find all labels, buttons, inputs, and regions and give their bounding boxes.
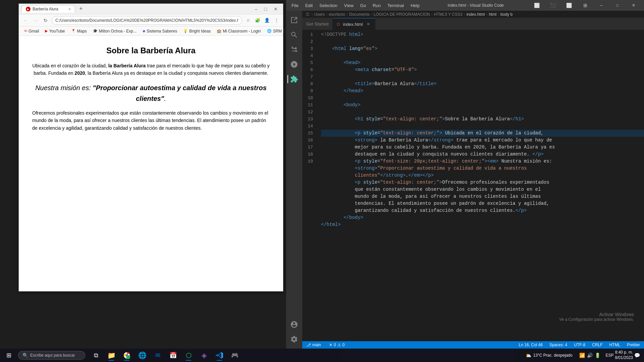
reload-button[interactable]: ↻ <box>42 16 50 24</box>
code-content[interactable]: <!DOCTYPE html> <html lang="es"> <head> … <box>316 30 644 341</box>
purple-app-button[interactable]: ◈ <box>197 349 211 361</box>
activity-git[interactable] <box>287 43 301 56</box>
breadcrumb-body[interactable]: body b <box>500 12 513 17</box>
address-bar[interactable] <box>52 16 242 25</box>
discord-button[interactable]: 🎮 <box>227 349 242 361</box>
vscode-maximize[interactable]: □ <box>610 0 625 11</box>
breadcrumb-c[interactable]: C: <box>306 12 310 17</box>
file-explorer-button[interactable]: 📁 <box>104 349 119 361</box>
bookmark-maps[interactable]: 📍 Maps <box>68 28 90 34</box>
vscode-window-controls: ⬜ ⬛ ⬜ ⊞ ‒ □ ✕ <box>529 0 641 11</box>
taskbar: ⊞ 🔍 ⧉ 📁 🌐 ✉ <box>0 349 644 362</box>
menu-help[interactable]: Help <box>408 2 422 9</box>
menu-button[interactable]: ⋮ <box>272 16 280 24</box>
breadcrumb-index[interactable]: index.html <box>467 12 485 17</box>
activity-debug[interactable] <box>287 58 301 71</box>
tab-index-html[interactable]: ⬡ index.html ✕ <box>333 18 375 30</box>
menu-terminal[interactable]: Terminal <box>385 2 407 9</box>
bookmark-button[interactable]: ☆ <box>244 16 252 24</box>
volume-icon[interactable]: 🔊 <box>587 353 593 358</box>
activity-explorer[interactable] <box>287 13 301 27</box>
vscode-layout-3[interactable]: ⬜ <box>561 0 577 11</box>
vscode-layout-4[interactable]: ⊞ <box>578 0 593 11</box>
code-line-8: <title>Barbería Alura</title> <box>321 80 644 87</box>
chrome-button[interactable] <box>119 349 134 361</box>
extensions-button[interactable]: 🧩 <box>254 16 262 24</box>
bookmark-gmail[interactable]: ✉ Gmail <box>21 28 42 34</box>
error-icon: ✕ <box>329 343 332 347</box>
activity-search[interactable] <box>287 28 301 42</box>
taskview-button[interactable]: ⧉ <box>89 349 103 361</box>
vscode-layout-1[interactable]: ⬜ <box>529 0 545 11</box>
menu-file[interactable]: File <box>289 2 301 9</box>
file-explorer-icon: 📁 <box>107 351 116 359</box>
edge-button[interactable]: 🌐 <box>135 349 150 361</box>
notification-icon[interactable]: 💬 <box>634 353 640 358</box>
activity-settings[interactable] <box>287 333 301 346</box>
start-button[interactable]: ⊞ <box>1 349 16 361</box>
breadcrumb-html[interactable]: html <box>489 12 496 17</box>
mail-button[interactable]: ✉ <box>150 349 165 361</box>
menu-edit[interactable]: Edit <box>303 2 315 9</box>
browser-tab-active[interactable]: ▶ Barbería Alura × <box>21 5 75 13</box>
status-git[interactable]: ⎇ main <box>305 343 322 347</box>
breadcrumb-users[interactable]: Users <box>314 12 325 17</box>
system-clock[interactable]: 8:40 p. m. 8/01/2023 <box>615 350 633 360</box>
menu-view[interactable]: View <box>341 2 356 9</box>
lang-indicator[interactable]: ESP <box>606 353 614 358</box>
breadcrumb-logica[interactable]: LOGICA DE PROGRAMACION <box>374 12 430 17</box>
vscode-minimize[interactable]: ‒ <box>594 0 609 11</box>
back-button[interactable]: ← <box>21 16 30 24</box>
code-line-15c: mejor para su cabello y barba. Fundada e… <box>321 144 644 151</box>
status-errors[interactable]: ✕ 0 ⚠ 0 <box>328 343 346 347</box>
vscode-button[interactable] <box>212 349 227 361</box>
green-app-button[interactable]: ⬡ <box>181 349 196 361</box>
browser-content: Sobre la Barbería Alura Ubicada en el co… <box>19 36 283 291</box>
bookmark-maps-label: Maps <box>77 29 87 34</box>
bookmark-miclassroom[interactable]: 🏫 Mi Classroom - Login <box>214 28 263 34</box>
close-button[interactable]: ✕ <box>271 6 280 12</box>
code-line-18: </body> <box>321 214 644 221</box>
minimize-button[interactable]: ‒ <box>252 6 260 12</box>
battery-icon: 🔋 <box>595 353 600 358</box>
tab-get-started[interactable]: Get Started <box>302 18 333 30</box>
tab-close-index[interactable]: ✕ <box>366 21 371 27</box>
bookmark-youtube[interactable]: ▶ YouTube <box>42 28 67 34</box>
breadcrumb-documents[interactable]: Documents <box>349 12 370 17</box>
vscode-close[interactable]: ✕ <box>626 0 641 11</box>
new-tab-button[interactable]: + <box>79 5 83 12</box>
menu-go[interactable]: Go <box>358 2 369 9</box>
chrome-icon <box>123 352 130 359</box>
weather-icon: ⛅ <box>526 353 531 358</box>
code-line-16c: clientes"</strong>.</em></p> <box>321 172 644 179</box>
breadcrumb-bar: C: › Users › escritorio › Documents › LO… <box>302 11 644 18</box>
menu-run[interactable]: Run <box>370 2 383 9</box>
breadcrumb-html5[interactable]: HTML5 Y CSS3 <box>434 12 463 17</box>
status-eol[interactable]: CRLF <box>591 343 604 347</box>
menu-selection[interactable]: Selection <box>317 2 340 9</box>
maximize-button[interactable]: □ <box>262 6 270 12</box>
code-line-10 <box>321 95 644 102</box>
code-editor[interactable]: 1 2 3 4 5 6 7 8 9 10 11 12 13 14 15 16 1 <box>302 30 644 341</box>
bookmark-bright[interactable]: 💡 Bright Ideas <box>180 28 213 34</box>
status-spaces[interactable]: Spaces: 4 <box>548 343 569 347</box>
bookmark-sistema[interactable]: ◆ Sistema Saberes <box>140 28 180 34</box>
status-prettier[interactable]: Prettier <box>626 343 641 347</box>
taskbar-apps: ⧉ 📁 🌐 ✉ 📅 ⬡ <box>89 349 242 361</box>
breadcrumb-escritorio[interactable]: escritorio <box>329 12 345 17</box>
taskbar-search[interactable]: 🔍 <box>18 351 85 360</box>
network-icon[interactable]: 📶 <box>579 353 585 358</box>
search-input[interactable] <box>30 353 80 358</box>
status-ln-col[interactable]: Ln 16, Col 46 <box>518 343 544 347</box>
forward-button[interactable]: → <box>32 16 40 24</box>
activity-extensions[interactable] <box>287 72 301 86</box>
profile-button[interactable]: 👤 <box>263 16 271 24</box>
status-language[interactable]: HTML <box>608 343 622 347</box>
tab-close-button[interactable]: × <box>69 7 71 11</box>
bookmark-milton[interactable]: 🎓 Milton Ochoa - Exp... <box>90 28 139 34</box>
calendar-button[interactable]: 📅 <box>166 349 180 361</box>
code-line-15d: destaque en la ciudad y conquista nuevos… <box>321 151 644 158</box>
vscode-layout-2[interactable]: ⬛ <box>545 0 561 11</box>
status-encoding[interactable]: UTF-8 <box>573 343 587 347</box>
activity-accounts[interactable] <box>287 318 301 331</box>
